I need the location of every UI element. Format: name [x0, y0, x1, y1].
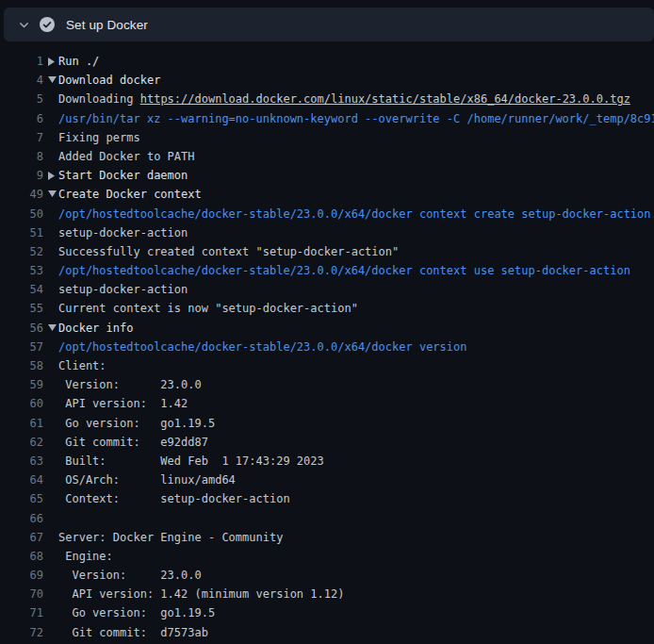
line-number[interactable]: 55 [0, 299, 43, 318]
log-group-row[interactable]: 4Download docker [0, 71, 654, 90]
group-title: Create Docker context [58, 185, 202, 204]
check-circle-icon [40, 17, 55, 32]
log-group-row[interactable]: 56Docker info [0, 319, 654, 338]
arrow-slot [48, 489, 58, 508]
log-line: 69 Version: 23.0.0 [0, 566, 654, 585]
arrow-slot [48, 147, 58, 166]
log-line: 51setup-docker-action [0, 223, 654, 242]
line-number[interactable]: 56 [0, 319, 43, 338]
arrow-slot [48, 375, 58, 394]
group-expanded-arrow-icon[interactable] [48, 319, 58, 338]
line-number[interactable]: 61 [0, 414, 43, 433]
log-text: Client: [58, 356, 106, 375]
log-line: 58Client: [0, 356, 654, 375]
arrow-slot [48, 205, 58, 223]
line-number[interactable]: 7 [0, 128, 43, 147]
arrow-slot [48, 433, 58, 452]
arrow-slot [48, 242, 58, 261]
log-text: Current context is now "setup-docker-act… [58, 299, 358, 318]
line-number[interactable]: 53 [0, 261, 43, 280]
arrow-slot [48, 603, 58, 622]
log-line: 54setup-docker-action [0, 280, 654, 299]
arrow-slot [48, 414, 58, 433]
log-text: OS/Arch: linux/amd64 [58, 471, 236, 489]
line-number[interactable]: 65 [0, 489, 43, 508]
group-title: Run ./ [58, 52, 99, 71]
line-number[interactable]: 57 [0, 338, 43, 356]
log-line: 67Server: Docker Engine - Community [0, 528, 654, 547]
line-number[interactable]: 71 [0, 603, 43, 622]
group-expanded-arrow-icon[interactable] [48, 71, 58, 90]
line-number[interactable]: 50 [0, 205, 43, 223]
log-url-link[interactable]: https://download.docker.com/linux/static… [140, 92, 630, 106]
log-group-row[interactable]: 9Start Docker daemon [0, 166, 654, 185]
line-number[interactable]: 59 [0, 375, 43, 394]
log-text: setup-docker-action [58, 223, 188, 242]
line-number[interactable]: 63 [0, 452, 43, 471]
line-number[interactable]: 6 [0, 109, 43, 128]
log-text: API version: 1.42 (minimum version 1.12) [58, 585, 344, 603]
arrow-slot [48, 299, 58, 318]
log-text: Downloading https://download.docker.com/… [58, 90, 630, 108]
log-line: 64 OS/Arch: linux/amd64 [0, 471, 654, 489]
group-collapsed-arrow-icon[interactable] [48, 52, 58, 71]
line-number[interactable]: 72 [0, 623, 43, 642]
line-number[interactable]: 9 [0, 166, 43, 185]
line-number[interactable]: 49 [0, 185, 43, 204]
log-text: Version: 23.0.0 [58, 375, 202, 394]
log-text: Git commit: d7573ab [58, 623, 208, 642]
log-line: 72 Git commit: d7573ab [0, 623, 654, 642]
log-group-row[interactable]: 1Run ./ [0, 52, 654, 71]
line-number[interactable]: 68 [0, 547, 43, 566]
log-text: Successfully created context "setup-dock… [58, 242, 399, 261]
log-line: 53/opt/hostedtoolcache/docker-stable/23.… [0, 261, 654, 280]
log-lines: 1Run ./4Download docker5Downloading http… [0, 43, 654, 642]
log-line: 65 Context: setup-docker-action [0, 489, 654, 508]
line-number[interactable]: 51 [0, 223, 43, 242]
line-number[interactable]: 69 [0, 566, 43, 585]
log-line: 62 Git commit: e92dd87 [0, 433, 654, 452]
log-line: 7Fixing perms [0, 128, 654, 147]
arrow-slot [48, 528, 58, 547]
command-text: /opt/hostedtoolcache/docker-stable/23.0.… [58, 261, 630, 280]
step-header[interactable]: Set up Docker [4, 8, 654, 41]
line-number[interactable]: 64 [0, 471, 43, 489]
log-text: Fixing perms [58, 128, 140, 147]
line-number[interactable]: 1 [0, 52, 43, 71]
line-number[interactable]: 8 [0, 147, 43, 166]
log-text: API version: 1.42 [58, 394, 188, 413]
arrow-slot [48, 585, 58, 603]
log-text: Go version: go1.19.5 [58, 414, 215, 433]
line-number[interactable]: 70 [0, 585, 43, 603]
arrow-slot [48, 261, 58, 280]
command-text: /usr/bin/tar xz --warning=no-unknown-key… [58, 109, 654, 128]
log-group-row[interactable]: 49Create Docker context [0, 185, 654, 204]
log-text: Context: setup-docker-action [58, 489, 290, 508]
arrow-slot [48, 566, 58, 585]
log-text: Downloading [58, 92, 140, 106]
group-expanded-arrow-icon[interactable] [48, 185, 58, 204]
arrow-slot [48, 338, 58, 356]
line-number[interactable]: 52 [0, 242, 43, 261]
log-text: Built: Wed Feb 1 17:43:29 2023 [58, 452, 324, 471]
group-collapsed-arrow-icon[interactable] [48, 166, 58, 185]
line-number[interactable]: 60 [0, 394, 43, 413]
log-text: Engine: [58, 547, 113, 566]
log-text: Version: 23.0.0 [58, 566, 202, 585]
line-number[interactable]: 66 [0, 509, 43, 528]
log-line: 50/opt/hostedtoolcache/docker-stable/23.… [0, 205, 654, 223]
line-number[interactable]: 54 [0, 280, 43, 299]
log-text: Added Docker to PATH [58, 147, 195, 166]
line-number[interactable]: 67 [0, 528, 43, 547]
line-number[interactable]: 58 [0, 356, 43, 375]
log-line: 61 Go version: go1.19.5 [0, 414, 654, 433]
chevron-down-icon[interactable] [17, 18, 30, 31]
line-number[interactable]: 4 [0, 71, 43, 90]
arrow-slot [48, 280, 58, 299]
line-number[interactable]: 5 [0, 90, 43, 108]
log-line: 66 [0, 509, 654, 528]
log-line: 8Added Docker to PATH [0, 147, 654, 166]
arrow-slot [48, 509, 58, 528]
log-line: 70 API version: 1.42 (minimum version 1.… [0, 585, 654, 603]
line-number[interactable]: 62 [0, 433, 43, 452]
